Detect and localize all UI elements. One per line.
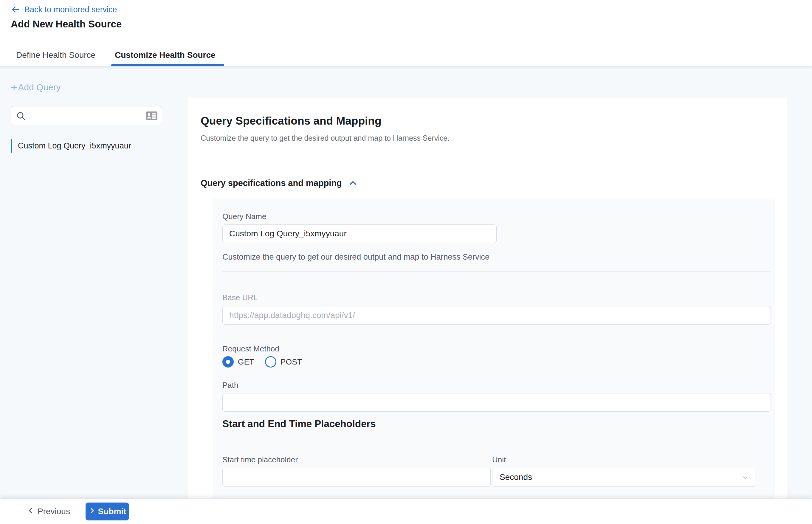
previous-button[interactable]: Previous <box>25 499 72 524</box>
tab-customize-health-source[interactable]: Customize Health Source <box>115 44 215 66</box>
chevron-right-icon <box>88 507 96 516</box>
chevron-left-icon <box>27 507 35 517</box>
chevron-up-icon[interactable] <box>348 178 358 188</box>
radio-post[interactable] <box>265 356 276 367</box>
top-header: Back to monitored service Add New Health… <box>0 0 812 44</box>
search-input[interactable] <box>31 107 144 125</box>
chevron-down-icon <box>741 473 749 483</box>
unit-label: Unit <box>492 455 506 464</box>
panel-divider <box>188 152 787 152</box>
start-time-label: Start time placeholder <box>222 455 298 464</box>
add-query-label: Add Query <box>18 82 61 93</box>
app-root: Back to monitored service Add New Health… <box>0 0 812 524</box>
panel-title: Query Specifications and Mapping <box>200 115 381 127</box>
radio-get-label[interactable]: GET <box>238 357 254 366</box>
query-name-label: Query Name <box>222 212 266 221</box>
query-name-help: Customize the query to get our desired o… <box>222 252 489 262</box>
tab-define-health-source[interactable]: Define Health Source <box>16 44 95 66</box>
path-input[interactable] <box>222 393 771 412</box>
time-placeholders-heading: Start and End Time Placeholders <box>222 418 376 429</box>
main-panel: Query Specifications and Mapping Customi… <box>188 97 787 524</box>
section-title: Query specifications and mapping <box>200 178 342 188</box>
active-tab-underline <box>111 64 224 66</box>
card-divider-1 <box>222 272 771 272</box>
unit-select-value: Seconds <box>500 472 532 482</box>
sidebar-divider <box>11 135 169 135</box>
query-form-card: Query Name Customize the query to get ou… <box>213 199 775 499</box>
start-time-input[interactable] <box>222 468 491 487</box>
query-list-item[interactable]: Custom Log Query_i5xmyyuaur <box>11 138 169 153</box>
query-item-label: Custom Log Query_i5xmyyuaur <box>18 141 131 150</box>
card-view-toggle-icon[interactable] <box>146 111 158 121</box>
back-link-label: Back to monitored service <box>25 5 117 14</box>
search-icon <box>16 111 26 122</box>
arrow-left-icon <box>11 5 20 14</box>
unit-select[interactable]: Seconds <box>492 468 755 487</box>
query-search-box <box>11 106 162 125</box>
submit-label: Submit <box>98 507 126 516</box>
radio-post-label[interactable]: POST <box>280 357 302 366</box>
tab-bar: Define Health Source Customize Health So… <box>0 44 812 66</box>
submit-button[interactable]: Submit <box>85 503 129 520</box>
selected-indicator <box>11 139 12 153</box>
back-link[interactable]: Back to monitored service <box>11 5 117 14</box>
radio-get[interactable] <box>222 356 234 367</box>
base-url-label: Base URL <box>222 293 258 302</box>
section-header: Query specifications and mapping <box>200 178 358 188</box>
plus-icon: + <box>11 83 17 92</box>
page-title: Add New Health Source <box>11 18 121 30</box>
footer-bar: Previous Submit <box>0 499 812 524</box>
query-name-input[interactable] <box>222 225 497 243</box>
previous-label: Previous <box>37 507 70 516</box>
request-method-label: Request Method <box>222 344 279 354</box>
add-query-button[interactable]: + Add Query <box>11 82 61 93</box>
card-divider-2 <box>222 442 771 442</box>
request-method-radio-group: GET POST <box>222 356 309 367</box>
panel-subtitle: Customize the query to get the desired o… <box>200 134 450 143</box>
path-label: Path <box>222 381 239 390</box>
base-url-input[interactable] <box>222 306 771 325</box>
